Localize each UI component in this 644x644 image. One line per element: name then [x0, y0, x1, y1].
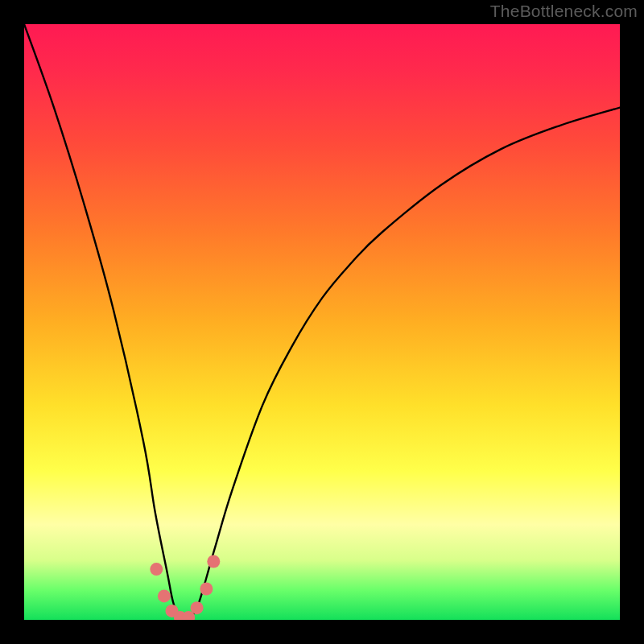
highlight-marker-dot [158, 589, 171, 602]
bottleneck-curve-svg [24, 24, 620, 620]
chart-plot-area [24, 24, 620, 620]
highlight-marker-dot [150, 563, 163, 576]
highlight-markers [150, 555, 220, 621]
highlight-marker-dot [207, 555, 220, 568]
highlight-marker-dot [200, 583, 213, 596]
highlight-marker-dot [191, 601, 204, 614]
bottleneck-curve-line [24, 24, 620, 620]
watermark-text: TheBottleneck.com [490, 2, 638, 21]
